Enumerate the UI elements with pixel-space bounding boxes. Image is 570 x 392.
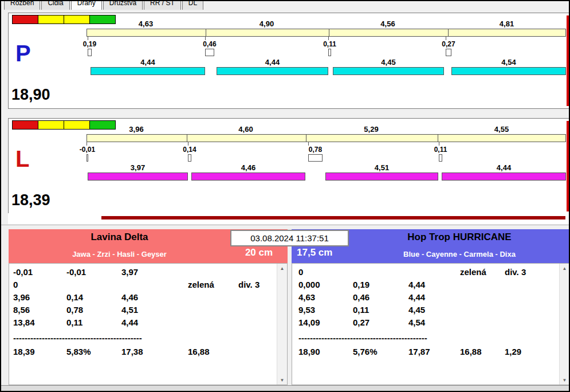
total-time-bar (87, 29, 566, 37)
result-cell: 4,54 (408, 317, 425, 328)
lane-total-time: 18,90 (11, 87, 50, 103)
scroll-up-icon[interactable]: ▲ (560, 264, 569, 273)
scrollbar[interactable]: ▲ ▼ (559, 264, 569, 385)
result-cell: 4,46 (121, 292, 138, 303)
dog-time-bar (442, 173, 566, 181)
light-1 (38, 120, 64, 130)
tab-rozbeh[interactable]: Rozbeh (4, 1, 40, 10)
tab-rr-st[interactable]: RR / ST (144, 1, 181, 10)
app-window: RozbehČidlaDráhyDružstváRR / STDL 4,634,… (0, 0, 570, 392)
lane-panel-l: 3,964,605,294,55-0,010,140,780,113,974,4… (8, 118, 570, 214)
team-name: Hop Trop HURRICANE (349, 232, 570, 243)
total-cell: 18,39 (13, 347, 35, 357)
team-right-results: ▲ ▼ 0zelenádiv. 30,0000,194,444,630,464,… (292, 263, 570, 385)
result-cell: 14,09 (298, 317, 320, 328)
tab-dl[interactable]: DL (182, 1, 203, 10)
scroll-up-icon[interactable]: ▲ (277, 264, 287, 273)
result-cell: 0 (298, 267, 303, 277)
total-cell: 16,88 (188, 347, 210, 357)
dog-time-label: 4,44 (91, 58, 205, 66)
result-cell: 0 (13, 280, 18, 290)
changeover-time-label: -0,01 (70, 146, 105, 154)
changeover-box (205, 49, 214, 56)
total-cell: 16,88 (460, 347, 482, 357)
result-cell: zelená (460, 267, 486, 277)
result-cell: 0,000 (298, 280, 320, 290)
changeover-time-label: 0,19 (73, 40, 107, 48)
finish-marker (567, 121, 569, 211)
dog-time-label: 4,54 (451, 58, 566, 66)
changeover-time-label: 0,14 (172, 146, 207, 154)
separator-dashes: ----------------------------------------… (298, 333, 427, 343)
progress-bar (101, 216, 565, 219)
segment-divider (448, 29, 449, 36)
light-1 (38, 15, 64, 24)
jump-height: 17,5 cm (297, 247, 332, 258)
segment-time-label: 4,63 (87, 19, 205, 28)
changeover-time-label: 0,11 (313, 40, 347, 48)
result-cell: 9,53 (298, 305, 315, 315)
result-cell: 4,44 (121, 317, 138, 328)
dog-time-label: 4,51 (325, 163, 438, 172)
dog-time-bar (451, 67, 566, 75)
result-cell: 0,19 (353, 280, 369, 290)
segment-divider (187, 135, 187, 142)
scroll-down-icon[interactable]: ▼ (277, 375, 287, 385)
segment-time-label: 4,56 (328, 19, 447, 28)
changeover-box (88, 49, 92, 56)
dog-time-bar (88, 173, 188, 181)
dog-time-label: 4,44 (217, 58, 328, 66)
scrollbar[interactable]: ▲ ▼ (277, 264, 287, 385)
result-cell: 0,11 (353, 305, 369, 315)
result-cell: 0,78 (66, 305, 83, 315)
segment-time-label: 4,90 (205, 19, 328, 28)
result-cell: 4,44 (408, 292, 425, 303)
tab-dr-hy[interactable]: Dráhy (71, 1, 102, 10)
result-cell: div. 3 (505, 267, 526, 277)
total-cell: 17,38 (121, 347, 143, 357)
lane-panel-p: 4,634,904,564,810,190,460,110,274,444,44… (8, 13, 570, 109)
result-cell: 4,63 (298, 292, 315, 303)
light-0 (12, 120, 38, 130)
segment-divider (329, 29, 329, 36)
segment-time-label: 3,96 (87, 125, 186, 134)
timestamp: 03.08.2024 11:37:51 (230, 230, 349, 246)
status-bar (1, 385, 569, 391)
lane-letter: L (15, 147, 29, 170)
segment-time-label: 4,60 (186, 125, 305, 134)
separator-dashes: ----------------------------------------… (13, 333, 142, 343)
result-cell: -0,01 (13, 267, 33, 277)
segment-divider (206, 29, 206, 36)
dog-time-label: 3,97 (88, 163, 188, 172)
segment-time-label: 5,29 (305, 125, 437, 134)
result-cell: zelená (188, 280, 214, 290)
dog-time-bar (333, 67, 444, 75)
team-name: Lavina Delta (9, 232, 230, 243)
total-cell: 5,83% (66, 347, 91, 357)
changeover-time-label: 0,27 (431, 40, 466, 48)
changeover-box (446, 49, 451, 56)
tab--idla[interactable]: Čidla (41, 1, 69, 10)
team-dogs: Jawa - Zrzi - Hasli - Geyser (9, 250, 230, 258)
segment-divider (306, 135, 306, 142)
tab-dru-stv-[interactable]: Družstvá (103, 1, 143, 10)
dog-time-bar (91, 67, 205, 75)
total-time-bar (87, 134, 566, 142)
dog-time-bar (191, 173, 305, 181)
total-cell: 1,29 (505, 347, 521, 357)
result-cell: 4,45 (408, 305, 425, 315)
scroll-down-icon[interactable]: ▼ (560, 375, 569, 385)
result-cell: 8,56 (13, 305, 30, 315)
changeover-box (308, 154, 323, 162)
finish-marker (567, 15, 569, 106)
changeover-time-label: 0,78 (298, 146, 333, 154)
dog-time-label: 4,45 (333, 58, 444, 66)
total-cell: 17,87 (408, 347, 430, 357)
result-cell: 4,44 (408, 280, 425, 290)
total-cell: 18,90 (298, 347, 320, 357)
lane-letter: P (15, 42, 31, 65)
team-dogs: Blue - Cayenne - Carmela - Dixa (349, 250, 570, 258)
segment-time-label: 4,81 (447, 19, 566, 28)
result-cell: 13,84 (13, 317, 35, 328)
light-0 (12, 15, 38, 24)
